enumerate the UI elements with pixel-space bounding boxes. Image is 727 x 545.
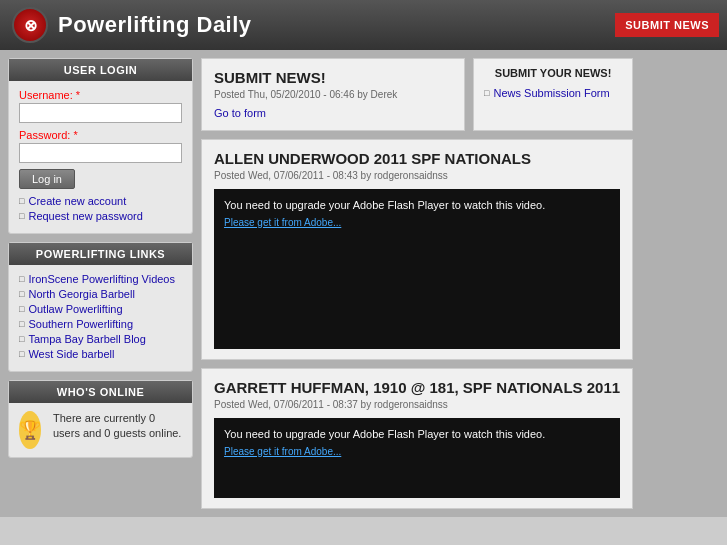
tampa-link[interactable]: Tampa Bay Barbell Blog [28,333,145,345]
list-item: Southern Powerlifting [19,318,182,330]
sidebar: USER LOGIN Username: * Password: * [8,58,193,509]
article1-video-msg: You need to upgrade your Adobe Flash Pla… [224,199,545,211]
username-row: Username: * [19,89,182,123]
whos-online-content: 🏆 There are currently 0 users and 0 gues… [9,403,192,457]
north-georgia-link[interactable]: North Georgia Barbell [28,288,134,300]
username-required: * [76,89,80,101]
main-content: SUBMIT NEWS! Posted Thu, 05/20/2010 - 06… [201,58,633,509]
password-row: Password: * [19,129,182,163]
powerlifting-links-content: IronScene Powerlifting Videos North Geor… [9,265,192,371]
article2-video: You need to upgrade your Adobe Flash Pla… [214,418,620,498]
article2-heading: GARRETT HUFFMAN, 1910 @ 181, SPF NATIONA… [214,379,620,396]
powerlifting-links-title: POWERLIFTING LINKS [9,243,192,265]
whos-online-title: WHO'S ONLINE [9,381,192,403]
article2-box: GARRETT HUFFMAN, 1910 @ 181, SPF NATIONA… [201,368,633,509]
westside-link[interactable]: West Side barbell [28,348,114,360]
password-required: * [73,129,77,141]
user-login-content: Username: * Password: * Log in Create ne… [9,81,192,233]
list-item: Outlaw Powerlifting [19,303,182,315]
whos-online-text: There are currently 0 users and 0 guests… [53,411,182,442]
article1-video: You need to upgrade your Adobe Flash Pla… [214,189,620,349]
submit-news-meta: Posted Thu, 05/20/2010 - 06:46 by Derek [214,89,452,100]
username-label: Username: * [19,89,182,101]
article2-video-link[interactable]: Please get it from Adobe... [224,446,341,457]
password-label: Password: * [19,129,182,141]
powerlifting-links-box: POWERLIFTING LINKS IronScene Powerliftin… [8,242,193,372]
goto-form: Go to form [214,106,452,120]
outlaw-link[interactable]: Outlaw Powerlifting [28,303,122,315]
submit-news-heading: SUBMIT NEWS! [214,69,452,86]
layout: USER LOGIN Username: * Password: * [0,50,727,517]
username-input[interactable] [19,103,182,123]
whos-online-box: WHO'S ONLINE 🏆 There are currently 0 use… [8,380,193,458]
submit-your-news-title: SUBMIT YOUR NEWS! [484,67,622,79]
list-item: Create new account [19,195,182,207]
login-button[interactable]: Log in [19,169,75,189]
article2-video-msg: You need to upgrade your Adobe Flash Pla… [224,428,545,440]
create-account-link[interactable]: Create new account [28,195,126,207]
news-submission-link[interactable]: News Submission Form [494,87,610,99]
password-input[interactable] [19,143,182,163]
logo-icon: ⊗ [12,7,48,43]
article1-box: ALLEN UNDERWOOD 2011 SPF NATIONALS Poste… [201,139,633,360]
login-links: Create new account Request new password [19,195,182,222]
list-item: IronScene Powerlifting Videos [19,273,182,285]
request-password-link[interactable]: Request new password [28,210,142,222]
header: ⊗ Powerlifting Daily SUBMIT NEWS [0,0,727,50]
submit-your-news-box: SUBMIT YOUR NEWS! News Submission Form [473,58,633,131]
submit-news-button[interactable]: SUBMIT NEWS [615,13,719,37]
list-item: Tampa Bay Barbell Blog [19,333,182,345]
list-item: North Georgia Barbell [19,288,182,300]
pl-links-list: IronScene Powerlifting Videos North Geor… [19,273,182,360]
article1-video-link[interactable]: Please get it from Adobe... [224,217,341,228]
list-item: West Side barbell [19,348,182,360]
submit-news-box: SUBMIT NEWS! Posted Thu, 05/20/2010 - 06… [201,58,465,131]
whos-online-icon: 🏆 [19,411,41,449]
southern-link[interactable]: Southern Powerlifting [28,318,133,330]
article2-meta: Posted Wed, 07/06/2011 - 08:37 by rodger… [214,399,620,410]
article1-heading: ALLEN UNDERWOOD 2011 SPF NATIONALS [214,150,620,167]
list-item: Request new password [19,210,182,222]
goto-form-link[interactable]: Go to form [214,107,266,119]
user-login-box: USER LOGIN Username: * Password: * [8,58,193,234]
news-submission-form-link: News Submission Form [484,87,622,99]
article1-meta: Posted Wed, 07/06/2011 - 08:43 by rodger… [214,170,620,181]
site-title: Powerlifting Daily [58,12,252,38]
ironscene-link[interactable]: IronScene Powerlifting Videos [28,273,175,285]
user-login-title: USER LOGIN [9,59,192,81]
